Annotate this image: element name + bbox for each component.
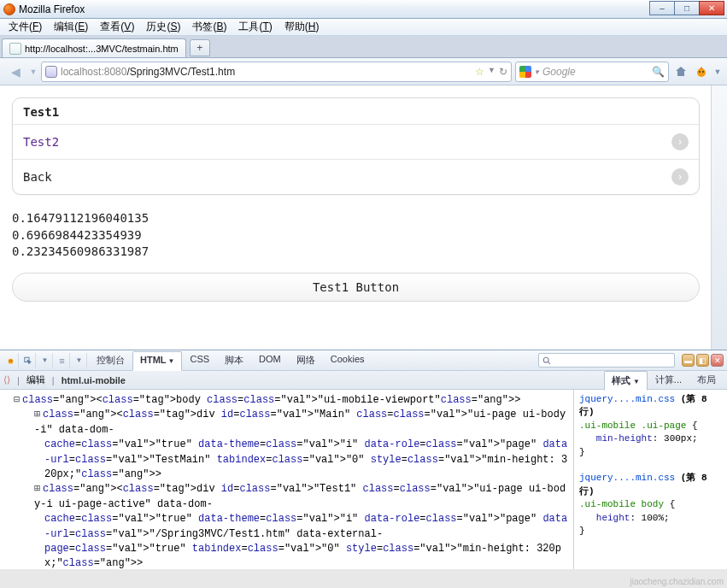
random-number: 0.16479112196040135 xyxy=(12,210,700,227)
new-tab-button[interactable]: + xyxy=(190,39,210,56)
list-item[interactable]: Test2 › xyxy=(13,124,699,159)
lines-view-icon[interactable]: ≡ xyxy=(55,353,70,368)
dom-node[interactable]: ⊟class="ang"><class="tag">body class=cla… xyxy=(2,393,572,408)
css-rule-line[interactable]: } xyxy=(579,446,722,459)
menu-e[interactable]: 编辑(E) xyxy=(49,18,93,36)
tabbar: http://localhost:...3MVC/testmain.htm + xyxy=(0,36,727,58)
close-button[interactable]: ✕ xyxy=(699,1,724,15)
forward-dropdown[interactable]: ▼ xyxy=(29,62,38,82)
css-rules-panel[interactable]: jquery....min.css (第 8 行).ui-mobile .ui-… xyxy=(573,390,727,569)
devtools-subtoolbar: ⟨⟩ | 编辑 | html.ui-mobile 样式 ▼计算...布局 xyxy=(0,371,727,390)
firebug-icon[interactable] xyxy=(3,353,19,368)
tree-toggle-icon[interactable]: ⊞ xyxy=(34,482,43,497)
menu-f[interactable]: 文件(F) xyxy=(3,18,47,36)
css-rule-line[interactable]: min-height: 300px; xyxy=(579,432,722,445)
svg-point-7 xyxy=(543,357,548,362)
css-rule-line[interactable]: jquery....min.css (第 8 行) xyxy=(579,393,722,420)
devtools-detach-button[interactable]: ◧ xyxy=(696,354,709,367)
side-tab-计算...[interactable]: 计算... xyxy=(648,370,689,390)
css-rule-line[interactable]: .ui-mobile body { xyxy=(579,498,722,511)
minimize-button[interactable]: – xyxy=(649,1,675,15)
devtools-search[interactable] xyxy=(538,353,675,368)
warning-icon: ⟨⟩ xyxy=(3,374,10,385)
css-rule-line[interactable]: .ui-mobile .ui-page { xyxy=(579,420,722,432)
dom-node[interactable]: cache=class="val">"true" data-theme=clas… xyxy=(2,438,572,482)
css-rule-line[interactable]: } xyxy=(579,525,722,538)
search-icon[interactable]: 🔍 xyxy=(652,66,665,78)
search-engine-dropdown[interactable]: ▾ xyxy=(535,68,539,76)
dom-node[interactable]: cache=class="val">"true" data-theme=clas… xyxy=(2,512,572,542)
svg-point-3 xyxy=(9,358,14,363)
svg-point-2 xyxy=(702,71,704,73)
css-rule-line[interactable] xyxy=(579,459,722,472)
devtools-tab-脚本[interactable]: 脚本 xyxy=(217,350,251,370)
random-number: 0.23234560986331987 xyxy=(12,244,700,261)
svg-point-0 xyxy=(697,68,706,77)
devtools-dropdown-icon[interactable]: ▼ xyxy=(72,353,87,368)
devtools-panel: ▼ ≡ ▼ 控制台HTML▼CSS脚本DOM网络Cookies ▬ ◧ ✕ ⟨⟩… xyxy=(0,350,727,569)
page-title: Test1 xyxy=(13,98,699,124)
dom-tree[interactable]: ⊟class="ang"><class="tag">body class=cla… xyxy=(0,390,573,569)
window-title: Mozilla Firefox xyxy=(19,3,85,15)
svg-point-5 xyxy=(11,360,12,361)
firebug-toolbar-button[interactable] xyxy=(693,63,710,80)
dom-node[interactable]: page=class="val">"true" tabindex=class="… xyxy=(2,542,572,569)
maximize-button[interactable]: □ xyxy=(674,1,700,15)
random-number: 0.6966984423354939 xyxy=(12,227,700,244)
side-tab-样式[interactable]: 样式 ▼ xyxy=(604,371,648,391)
search-placeholder: Google xyxy=(542,66,576,78)
tree-toggle-icon[interactable]: ⊟ xyxy=(14,393,22,408)
page-icon xyxy=(9,43,21,55)
menu-b[interactable]: 书签(B) xyxy=(187,18,232,36)
reload-button[interactable]: ↻ xyxy=(499,66,507,78)
scrollbar-thumb[interactable] xyxy=(714,89,724,120)
side-tab-布局[interactable]: 布局 xyxy=(689,370,724,390)
breadcrumb[interactable]: html.ui-mobile xyxy=(62,375,126,385)
devtools-edit-button[interactable]: 编辑 xyxy=(26,373,45,386)
devtools-tabs: 控制台HTML▼CSS脚本DOM网络Cookies xyxy=(89,350,372,370)
navbar: ◀ ▼ localhost:8080/Spring3MVC/Test1.htm … xyxy=(0,58,727,85)
devtools-minimize-button[interactable]: ▬ xyxy=(682,354,695,367)
devtools-tab-CSS[interactable]: CSS xyxy=(182,350,217,370)
chevron-right-icon: › xyxy=(671,168,689,185)
toolbar-dropdown-icon[interactable]: ▼ xyxy=(713,63,722,80)
side-panel-tabs: 样式 ▼计算...布局 xyxy=(604,370,724,390)
svg-point-4 xyxy=(9,360,10,361)
list-item[interactable]: Back › xyxy=(13,159,699,194)
url-text[interactable]: localhost:8080/Spring3MVC/Test1.htm xyxy=(61,66,472,78)
inspect-element-icon[interactable] xyxy=(21,353,36,368)
browser-tab[interactable]: http://localhost:...3MVC/testmain.htm xyxy=(2,38,186,57)
search-box[interactable]: ▾ Google 🔍 xyxy=(515,62,669,82)
random-numbers: 0.164791121960401350.69669844233549390.2… xyxy=(12,210,700,261)
bookmark-star-icon[interactable]: ☆ xyxy=(475,66,484,78)
menu-h[interactable]: 帮助(H) xyxy=(279,18,325,36)
devtools-tab-Cookies[interactable]: Cookies xyxy=(323,350,372,370)
devtools-tab-HTML[interactable]: HTML▼ xyxy=(132,351,182,371)
devtools-close-button[interactable]: ✕ xyxy=(711,354,724,367)
window-titlebar: Mozilla Firefox – □ ✕ xyxy=(0,0,727,19)
firefox-icon xyxy=(3,3,15,15)
tab-title: http://localhost:...3MVC/testmain.htm xyxy=(25,44,179,54)
google-icon[interactable] xyxy=(519,66,531,78)
dom-node[interactable]: ⊞class="ang"><class="tag">div id=class="… xyxy=(2,482,572,512)
list-item-label: Test2 xyxy=(23,135,59,149)
tree-toggle-icon[interactable]: ⊞ xyxy=(34,408,43,422)
dom-node[interactable]: ⊞class="ang"><class="tag">div id=class="… xyxy=(2,408,572,438)
css-rule-line[interactable]: jquery....min.css (第 8 行) xyxy=(579,472,722,498)
devtools-tab-DOM[interactable]: DOM xyxy=(251,350,289,370)
devtools-dropdown-icon[interactable]: ▼ xyxy=(38,353,53,368)
back-button[interactable]: ◀ xyxy=(5,62,26,82)
devtools-tab-控制台[interactable]: 控制台 xyxy=(89,350,132,370)
devtools-tab-网络[interactable]: 网络 xyxy=(289,350,323,370)
css-rule-line[interactable]: height: 100%; xyxy=(579,512,722,525)
menu-t[interactable]: 工具(T) xyxy=(233,18,277,36)
url-dropdown-icon[interactable]: ▼ xyxy=(488,66,495,78)
menubar: 文件(F)编辑(E)查看(V)历史(S)书签(B)工具(T)帮助(H) xyxy=(0,19,727,36)
menu-s[interactable]: 历史(S) xyxy=(141,18,185,36)
listview-card: Test1 Test2 › Back › xyxy=(12,97,700,195)
home-button[interactable] xyxy=(672,63,689,80)
url-bar[interactable]: localhost:8080/Spring3MVC/Test1.htm ☆ ▼ … xyxy=(41,62,512,82)
test1-button[interactable]: Test1 Button xyxy=(12,273,700,302)
site-identity-icon[interactable] xyxy=(45,66,57,78)
menu-v[interactable]: 查看(V) xyxy=(95,18,139,36)
